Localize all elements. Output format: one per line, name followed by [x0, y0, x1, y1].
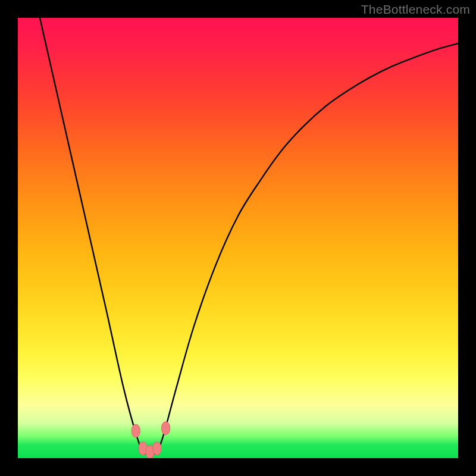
trough-marker — [131, 424, 140, 437]
plot-area — [18, 18, 458, 458]
bottleneck-curve — [40, 18, 458, 455]
outer-black-frame: TheBottleneck.com — [0, 0, 476, 476]
trough-marker — [162, 422, 170, 435]
curve-layer — [18, 18, 458, 458]
trough-marker — [153, 442, 161, 455]
watermark-text: TheBottleneck.com — [361, 2, 470, 17]
